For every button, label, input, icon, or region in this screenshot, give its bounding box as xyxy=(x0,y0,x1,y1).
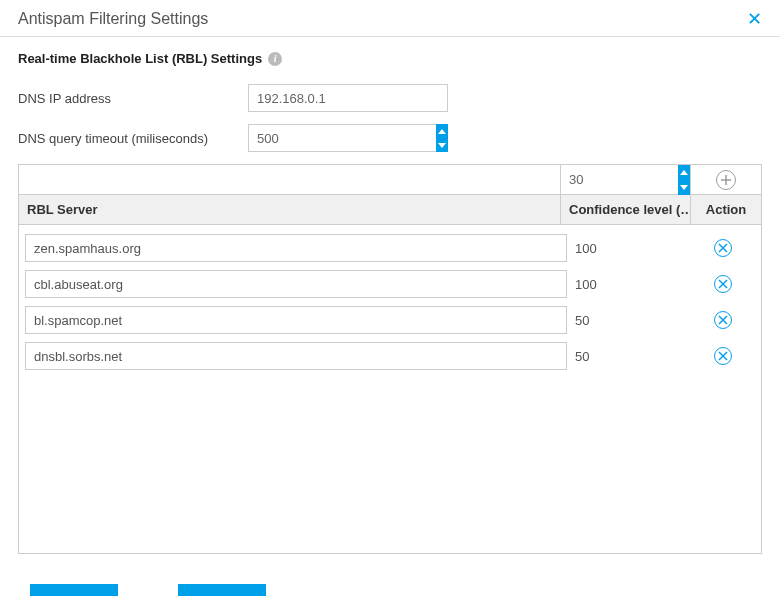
dns-timeout-input[interactable] xyxy=(248,124,448,152)
dns-ip-input[interactable] xyxy=(248,84,448,112)
rbl-server-input[interactable] xyxy=(25,234,567,262)
table-row: 100 xyxy=(25,267,755,301)
dns-ip-label: DNS IP address xyxy=(18,91,248,106)
delete-button[interactable] xyxy=(714,239,732,257)
confidence-value: 50 xyxy=(567,349,691,364)
spinner-up-icon[interactable] xyxy=(678,165,690,180)
close-icon[interactable]: ✕ xyxy=(747,10,762,28)
rbl-server-input[interactable] xyxy=(25,342,567,370)
dns-timeout-label: DNS query timeout (miliseconds) xyxy=(18,131,248,146)
confidence-value: 100 xyxy=(567,277,691,292)
delete-icon xyxy=(718,315,728,325)
svg-marker-0 xyxy=(438,129,446,134)
delete-icon xyxy=(718,351,728,361)
spinner-down-icon[interactable] xyxy=(436,138,448,152)
col-header-confidence: Confidence level (… xyxy=(561,195,691,224)
section-title: Real-time Blackhole List (RBL) Settings xyxy=(18,51,262,66)
table-row: 100 xyxy=(25,231,755,265)
spinner-up-icon[interactable] xyxy=(436,124,448,138)
table-row: 50 xyxy=(25,303,755,337)
table-row: 50 xyxy=(25,339,755,373)
add-confidence-input[interactable] xyxy=(561,165,690,194)
spinner-down-icon[interactable] xyxy=(678,180,690,195)
rbl-table: RBL Server Confidence level (… Action 10… xyxy=(18,164,762,554)
delete-button[interactable] xyxy=(714,275,732,293)
svg-marker-3 xyxy=(680,185,688,190)
add-button[interactable] xyxy=(716,170,736,190)
delete-button[interactable] xyxy=(714,311,732,329)
col-header-action: Action xyxy=(691,195,761,224)
info-icon[interactable]: i xyxy=(268,52,282,66)
table-header: RBL Server Confidence level (… Action xyxy=(19,195,761,225)
rbl-server-input[interactable] xyxy=(25,270,567,298)
page-title: Antispam Filtering Settings xyxy=(18,10,208,28)
confidence-value: 50 xyxy=(567,313,691,328)
delete-icon xyxy=(718,243,728,253)
svg-marker-2 xyxy=(680,170,688,175)
cancel-button[interactable]: Cancel xyxy=(178,584,266,596)
rbl-server-input[interactable] xyxy=(25,306,567,334)
col-header-server: RBL Server xyxy=(19,195,561,224)
svg-marker-1 xyxy=(438,143,446,148)
confidence-value: 100 xyxy=(567,241,691,256)
save-button[interactable]: Save xyxy=(30,584,118,596)
plus-icon xyxy=(721,175,731,185)
delete-icon xyxy=(718,279,728,289)
add-row xyxy=(19,165,761,195)
add-server-input[interactable] xyxy=(19,165,560,194)
delete-button[interactable] xyxy=(714,347,732,365)
